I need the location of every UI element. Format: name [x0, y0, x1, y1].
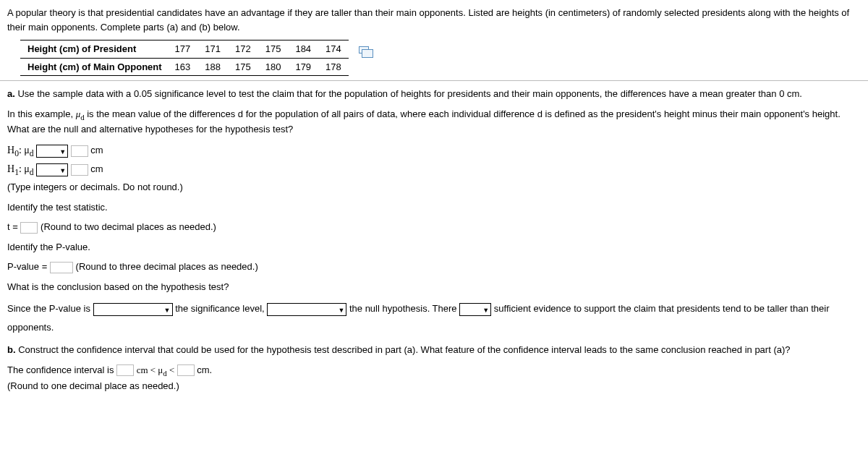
- ci-line: The confidence interval is cm < μd < cm.: [7, 363, 861, 379]
- cell: 188: [197, 58, 228, 76]
- text: In this example,: [7, 108, 76, 119]
- cell: 172: [228, 40, 258, 59]
- identify-statistic: Identify the test statistic.: [7, 200, 861, 215]
- text: The confidence interval is: [7, 364, 116, 375]
- unit-cm: cm: [90, 145, 103, 155]
- p-eq: P-value =: [7, 261, 47, 272]
- text: cm < μ: [137, 364, 163, 375]
- h-label: H: [7, 163, 14, 174]
- text: is the mean value of the differences d f…: [7, 108, 841, 135]
- text: cm.: [197, 364, 212, 375]
- text: Since the P-value is: [7, 303, 93, 314]
- cell: 171: [197, 40, 228, 59]
- part-b-prompt: b. Construct the confidence interval tha…: [7, 343, 861, 357]
- table-row: Height (cm) of Main Opponent 163 188 175…: [20, 58, 376, 76]
- row-label-opponent: Height (cm) of Main Opponent: [20, 58, 168, 76]
- h-label: H: [7, 145, 14, 155]
- evidence-select[interactable]: [459, 303, 491, 316]
- cell: 163: [168, 58, 198, 76]
- ci-upper-input[interactable]: [177, 364, 195, 376]
- mu-sub: d: [30, 168, 34, 177]
- ci-lower-input[interactable]: [116, 364, 134, 376]
- part-a-label: a.: [7, 88, 15, 99]
- text: the null hypothesis. There: [349, 303, 459, 314]
- cell: 184: [288, 40, 318, 59]
- table-row: Height (cm) of President 177 171 172 175…: [20, 40, 376, 59]
- t-hint: (Round to two decimal places as needed.): [41, 221, 216, 232]
- text: : μ: [19, 145, 30, 155]
- popup-icon[interactable]: [359, 46, 369, 54]
- ci-hint: (Round to one decimal place as needed.): [7, 379, 861, 393]
- row-label-president: Height (cm) of President: [20, 40, 168, 59]
- null-hypothesis-line: H0: μd cm: [7, 142, 861, 160]
- divider: [0, 80, 868, 81]
- mu-sub: d: [30, 149, 34, 158]
- cell: 177: [168, 40, 198, 59]
- t-line: t = (Round to two decimal places as need…: [7, 220, 861, 234]
- pvalue-compare-select[interactable]: [93, 303, 173, 316]
- p-input[interactable]: [50, 262, 73, 273]
- cell: 179: [288, 58, 318, 76]
- h1-comparison-select[interactable]: [36, 163, 68, 176]
- cell: 175: [228, 58, 258, 76]
- h0-value-input[interactable]: [71, 145, 88, 157]
- t-input[interactable]: [20, 222, 38, 234]
- h1-value-input[interactable]: [71, 164, 88, 176]
- cell: 175: [258, 40, 289, 59]
- reject-select[interactable]: [267, 303, 346, 316]
- part-b-text: Construct the confidence interval that c…: [18, 344, 790, 355]
- cell: 178: [318, 58, 349, 76]
- part-b-label: b.: [7, 344, 16, 355]
- conclusion-question: What is the conclusion based on the hypo…: [7, 280, 861, 294]
- p-line: P-value = (Round to three decimal places…: [7, 260, 861, 274]
- part-a-prompt: a. Use the sample data with a 0.05 signi…: [7, 87, 861, 101]
- conclusion-sentence: Since the P-value is the significance le…: [7, 299, 861, 337]
- alt-hypothesis-line: H1: μd cm: [7, 161, 861, 179]
- identify-pvalue: Identify the P-value.: [7, 240, 861, 255]
- intro-text: A popular theory is that presidential ca…: [7, 6, 861, 34]
- mu-explanation: In this example, μd is the mean value of…: [7, 107, 861, 137]
- p-hint: (Round to three decimal places as needed…: [76, 261, 258, 272]
- heights-table: Height (cm) of President 177 171 172 175…: [20, 40, 376, 76]
- cell: 174: [318, 40, 349, 59]
- t-eq: t =: [7, 221, 18, 232]
- text: : μ: [19, 163, 30, 174]
- text: <: [167, 364, 177, 375]
- hypothesis-hint: (Type integers or decimals. Do not round…: [7, 180, 861, 195]
- h0-comparison-select[interactable]: [36, 145, 68, 158]
- text: the significance level,: [175, 303, 267, 314]
- cell: 180: [258, 58, 289, 76]
- part-a-text: Use the sample data with a 0.05 signific…: [17, 88, 801, 99]
- unit-cm: cm: [90, 163, 103, 174]
